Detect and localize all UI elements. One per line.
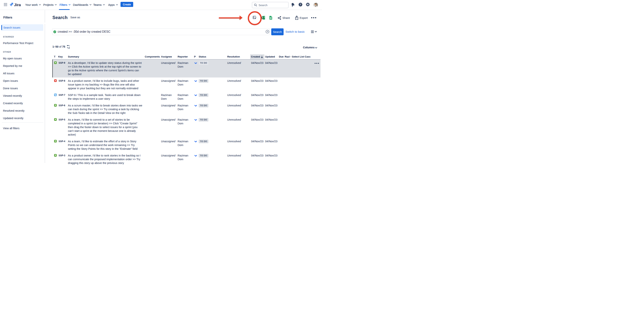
svg-text:X: X (262, 17, 263, 19)
svg-text:?: ? (300, 3, 301, 6)
svg-text:?: ? (267, 31, 268, 33)
